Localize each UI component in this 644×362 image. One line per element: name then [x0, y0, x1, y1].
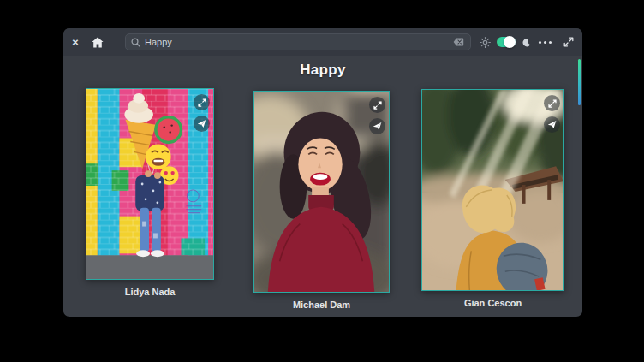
- photo-image: [86, 89, 213, 279]
- desktop-background: { "header": { "close_glyph": "✕", "searc…: [0, 0, 644, 362]
- dark-mode-moon-icon: [522, 38, 531, 47]
- photo-colorful-wall[interactable]: [86, 88, 214, 280]
- photo-card: Michael Dam: [253, 91, 390, 310]
- expand-photo-button[interactable]: [544, 95, 560, 111]
- app-window: ✕: [63, 28, 582, 317]
- ellipsis-icon: [539, 41, 552, 44]
- share-photo-button[interactable]: [369, 118, 385, 134]
- photo-card: Lidya Nada: [86, 88, 214, 297]
- share-photo-button[interactable]: [544, 116, 560, 133]
- expand-photo-button[interactable]: [369, 97, 385, 113]
- close-button[interactable]: ✕: [69, 35, 82, 49]
- expand-arrows-icon: [198, 98, 206, 107]
- backspace-clear-icon: [453, 38, 464, 46]
- photo-card: Gian Cescon: [421, 89, 564, 308]
- photo-outdoor-woman[interactable]: [421, 89, 564, 291]
- search-icon: [131, 38, 140, 47]
- search-field[interactable]: [125, 33, 471, 50]
- paper-plane-icon: [373, 122, 382, 131]
- overflow-menu-button[interactable]: [537, 35, 552, 49]
- expand-arrows-icon: [373, 101, 382, 110]
- page-title: Happy: [63, 62, 582, 79]
- toggle-knob: [504, 36, 516, 48]
- expand-arrows-icon: [564, 37, 574, 47]
- photo-image: [254, 92, 389, 292]
- paper-plane-icon: [547, 120, 557, 129]
- expand-arrows-icon: [548, 99, 557, 108]
- expand-photo-button[interactable]: [194, 94, 210, 110]
- photo-image: [422, 90, 564, 290]
- dark-mode-toggle[interactable]: [497, 37, 516, 47]
- fullscreen-button[interactable]: [562, 35, 575, 49]
- share-photo-button[interactable]: [194, 116, 210, 132]
- close-icon: ✕: [72, 38, 79, 47]
- header-controls: [480, 35, 575, 49]
- brightness-sun-icon: [480, 37, 491, 48]
- paper-plane-icon: [197, 119, 206, 128]
- photo-caption: Gian Cescon: [464, 298, 522, 308]
- clear-search-button[interactable]: [451, 35, 465, 49]
- header-bar: ✕: [63, 28, 582, 56]
- photo-caption: Lidya Nada: [125, 287, 176, 297]
- photo-laughing-woman[interactable]: [253, 91, 390, 293]
- photo-caption: Michael Dam: [293, 300, 350, 310]
- search-input[interactable]: [140, 37, 451, 47]
- home-button[interactable]: [89, 33, 106, 50]
- home-icon: [92, 37, 104, 48]
